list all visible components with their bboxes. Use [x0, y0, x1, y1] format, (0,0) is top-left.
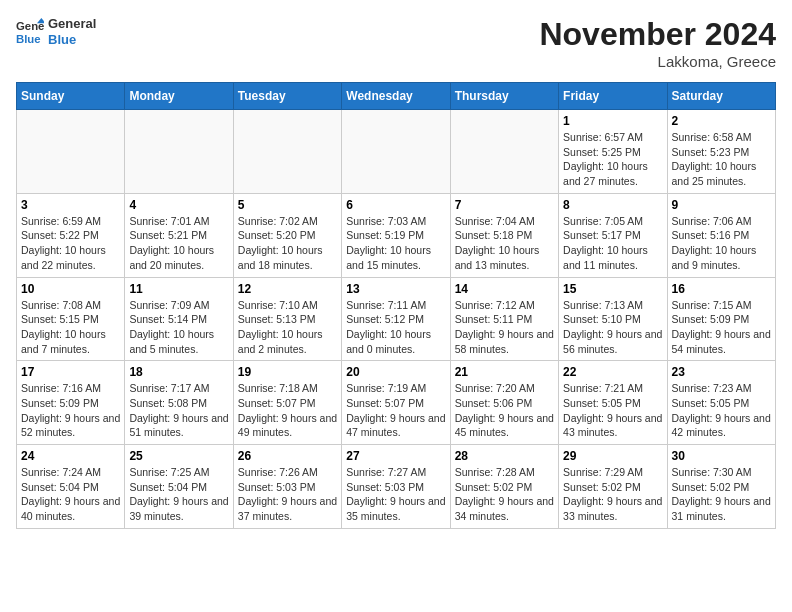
calendar-week-row: 3Sunrise: 6:59 AM Sunset: 5:22 PM Daylig… [17, 193, 776, 277]
calendar-day-cell: 23Sunrise: 7:23 AM Sunset: 5:05 PM Dayli… [667, 361, 775, 445]
weekday-header: Monday [125, 83, 233, 110]
calendar-day-cell: 3Sunrise: 6:59 AM Sunset: 5:22 PM Daylig… [17, 193, 125, 277]
title-block: November 2024 Lakkoma, Greece [539, 16, 776, 70]
day-info: Sunrise: 7:04 AM Sunset: 5:18 PM Dayligh… [455, 214, 554, 273]
day-number: 30 [672, 449, 771, 463]
day-number: 17 [21, 365, 120, 379]
day-info: Sunrise: 7:12 AM Sunset: 5:11 PM Dayligh… [455, 298, 554, 357]
day-number: 14 [455, 282, 554, 296]
logo-text: General Blue [48, 16, 96, 47]
day-number: 7 [455, 198, 554, 212]
page-header: General Blue General Blue November 2024 … [16, 16, 776, 70]
calendar-week-row: 24Sunrise: 7:24 AM Sunset: 5:04 PM Dayli… [17, 445, 776, 529]
calendar-day-cell: 30Sunrise: 7:30 AM Sunset: 5:02 PM Dayli… [667, 445, 775, 529]
svg-text:Blue: Blue [16, 32, 41, 44]
day-number: 11 [129, 282, 228, 296]
calendar-day-cell: 8Sunrise: 7:05 AM Sunset: 5:17 PM Daylig… [559, 193, 667, 277]
calendar-day-cell: 6Sunrise: 7:03 AM Sunset: 5:19 PM Daylig… [342, 193, 450, 277]
calendar-day-cell: 16Sunrise: 7:15 AM Sunset: 5:09 PM Dayli… [667, 277, 775, 361]
calendar-day-cell: 14Sunrise: 7:12 AM Sunset: 5:11 PM Dayli… [450, 277, 558, 361]
day-info: Sunrise: 7:02 AM Sunset: 5:20 PM Dayligh… [238, 214, 337, 273]
calendar-table: SundayMondayTuesdayWednesdayThursdayFrid… [16, 82, 776, 529]
weekday-header: Wednesday [342, 83, 450, 110]
day-number: 6 [346, 198, 445, 212]
day-info: Sunrise: 7:08 AM Sunset: 5:15 PM Dayligh… [21, 298, 120, 357]
day-info: Sunrise: 7:09 AM Sunset: 5:14 PM Dayligh… [129, 298, 228, 357]
weekday-header: Saturday [667, 83, 775, 110]
calendar-day-cell [17, 110, 125, 194]
calendar-day-cell: 24Sunrise: 7:24 AM Sunset: 5:04 PM Dayli… [17, 445, 125, 529]
calendar-day-cell [450, 110, 558, 194]
calendar-day-cell: 20Sunrise: 7:19 AM Sunset: 5:07 PM Dayli… [342, 361, 450, 445]
day-info: Sunrise: 7:16 AM Sunset: 5:09 PM Dayligh… [21, 381, 120, 440]
calendar-day-cell: 1Sunrise: 6:57 AM Sunset: 5:25 PM Daylig… [559, 110, 667, 194]
day-info: Sunrise: 7:21 AM Sunset: 5:05 PM Dayligh… [563, 381, 662, 440]
calendar-day-cell [125, 110, 233, 194]
day-info: Sunrise: 7:18 AM Sunset: 5:07 PM Dayligh… [238, 381, 337, 440]
calendar-day-cell: 15Sunrise: 7:13 AM Sunset: 5:10 PM Dayli… [559, 277, 667, 361]
calendar-day-cell: 29Sunrise: 7:29 AM Sunset: 5:02 PM Dayli… [559, 445, 667, 529]
logo: General Blue General Blue [16, 16, 96, 47]
day-info: Sunrise: 7:26 AM Sunset: 5:03 PM Dayligh… [238, 465, 337, 524]
calendar-day-cell: 11Sunrise: 7:09 AM Sunset: 5:14 PM Dayli… [125, 277, 233, 361]
weekday-header: Thursday [450, 83, 558, 110]
page-title: November 2024 [539, 16, 776, 53]
logo-line2: Blue [48, 32, 96, 48]
calendar-day-cell [342, 110, 450, 194]
calendar-day-cell: 22Sunrise: 7:21 AM Sunset: 5:05 PM Dayli… [559, 361, 667, 445]
calendar-day-cell: 21Sunrise: 7:20 AM Sunset: 5:06 PM Dayli… [450, 361, 558, 445]
day-info: Sunrise: 7:11 AM Sunset: 5:12 PM Dayligh… [346, 298, 445, 357]
day-number: 10 [21, 282, 120, 296]
day-info: Sunrise: 7:03 AM Sunset: 5:19 PM Dayligh… [346, 214, 445, 273]
page-subtitle: Lakkoma, Greece [539, 53, 776, 70]
weekday-header: Sunday [17, 83, 125, 110]
day-number: 29 [563, 449, 662, 463]
logo-icon: General Blue [16, 18, 44, 46]
day-info: Sunrise: 6:57 AM Sunset: 5:25 PM Dayligh… [563, 130, 662, 189]
calendar-day-cell: 12Sunrise: 7:10 AM Sunset: 5:13 PM Dayli… [233, 277, 341, 361]
day-info: Sunrise: 7:27 AM Sunset: 5:03 PM Dayligh… [346, 465, 445, 524]
day-number: 21 [455, 365, 554, 379]
day-number: 5 [238, 198, 337, 212]
weekday-header: Friday [559, 83, 667, 110]
day-number: 12 [238, 282, 337, 296]
calendar-day-cell: 13Sunrise: 7:11 AM Sunset: 5:12 PM Dayli… [342, 277, 450, 361]
day-info: Sunrise: 6:58 AM Sunset: 5:23 PM Dayligh… [672, 130, 771, 189]
day-number: 15 [563, 282, 662, 296]
day-number: 1 [563, 114, 662, 128]
day-info: Sunrise: 7:01 AM Sunset: 5:21 PM Dayligh… [129, 214, 228, 273]
day-number: 22 [563, 365, 662, 379]
calendar-day-cell: 25Sunrise: 7:25 AM Sunset: 5:04 PM Dayli… [125, 445, 233, 529]
day-info: Sunrise: 7:30 AM Sunset: 5:02 PM Dayligh… [672, 465, 771, 524]
day-number: 4 [129, 198, 228, 212]
calendar-day-cell: 18Sunrise: 7:17 AM Sunset: 5:08 PM Dayli… [125, 361, 233, 445]
day-number: 27 [346, 449, 445, 463]
calendar-day-cell: 9Sunrise: 7:06 AM Sunset: 5:16 PM Daylig… [667, 193, 775, 277]
day-number: 24 [21, 449, 120, 463]
day-info: Sunrise: 7:06 AM Sunset: 5:16 PM Dayligh… [672, 214, 771, 273]
day-info: Sunrise: 7:28 AM Sunset: 5:02 PM Dayligh… [455, 465, 554, 524]
day-info: Sunrise: 7:15 AM Sunset: 5:09 PM Dayligh… [672, 298, 771, 357]
day-info: Sunrise: 7:29 AM Sunset: 5:02 PM Dayligh… [563, 465, 662, 524]
day-number: 28 [455, 449, 554, 463]
calendar-day-cell: 5Sunrise: 7:02 AM Sunset: 5:20 PM Daylig… [233, 193, 341, 277]
calendar-day-cell: 26Sunrise: 7:26 AM Sunset: 5:03 PM Dayli… [233, 445, 341, 529]
calendar-day-cell: 19Sunrise: 7:18 AM Sunset: 5:07 PM Dayli… [233, 361, 341, 445]
calendar-week-row: 1Sunrise: 6:57 AM Sunset: 5:25 PM Daylig… [17, 110, 776, 194]
day-info: Sunrise: 7:05 AM Sunset: 5:17 PM Dayligh… [563, 214, 662, 273]
logo-line1: General [48, 16, 96, 32]
day-number: 20 [346, 365, 445, 379]
calendar-header-row: SundayMondayTuesdayWednesdayThursdayFrid… [17, 83, 776, 110]
day-info: Sunrise: 7:13 AM Sunset: 5:10 PM Dayligh… [563, 298, 662, 357]
day-info: Sunrise: 7:17 AM Sunset: 5:08 PM Dayligh… [129, 381, 228, 440]
calendar-day-cell: 7Sunrise: 7:04 AM Sunset: 5:18 PM Daylig… [450, 193, 558, 277]
day-info: Sunrise: 6:59 AM Sunset: 5:22 PM Dayligh… [21, 214, 120, 273]
day-info: Sunrise: 7:10 AM Sunset: 5:13 PM Dayligh… [238, 298, 337, 357]
day-number: 9 [672, 198, 771, 212]
day-number: 25 [129, 449, 228, 463]
calendar-day-cell: 17Sunrise: 7:16 AM Sunset: 5:09 PM Dayli… [17, 361, 125, 445]
calendar-day-cell: 4Sunrise: 7:01 AM Sunset: 5:21 PM Daylig… [125, 193, 233, 277]
day-info: Sunrise: 7:23 AM Sunset: 5:05 PM Dayligh… [672, 381, 771, 440]
day-number: 16 [672, 282, 771, 296]
day-info: Sunrise: 7:19 AM Sunset: 5:07 PM Dayligh… [346, 381, 445, 440]
